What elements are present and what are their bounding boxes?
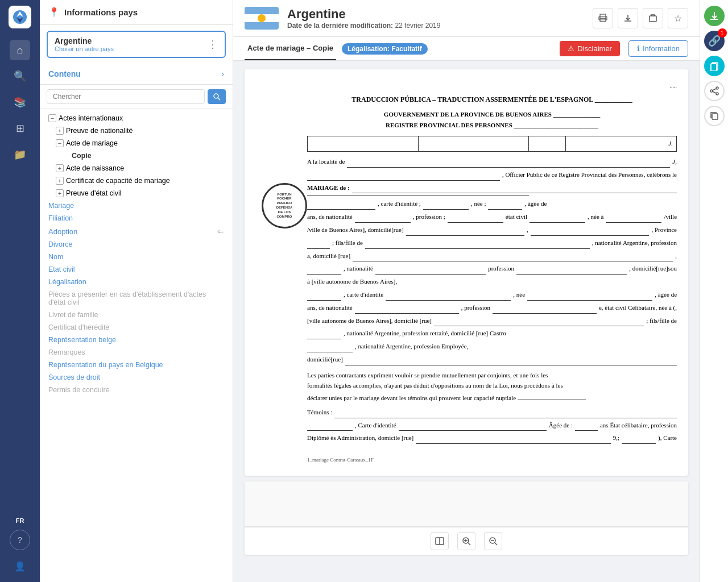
split-view-button[interactable] — [431, 532, 449, 550]
tree-item-permis[interactable]: Permis de conduire — [40, 384, 233, 396]
change-country-link[interactable]: Choisir un autre pays — [55, 45, 114, 52]
doc-line-nat2: , nationalité profession , domicilié[rue… — [307, 263, 677, 275]
doc-line-temoins: Témoins : — [307, 407, 677, 418]
share-right-icon[interactable] — [704, 81, 725, 101]
search-button[interactable] — [208, 89, 226, 104]
doc-table: J. — [307, 136, 677, 152]
share-header-button[interactable] — [643, 8, 663, 28]
country-menu-icon[interactable]: ⋮ — [208, 38, 218, 51]
svg-line-25 — [713, 92, 716, 93]
expand-icon-3: + — [56, 177, 64, 185]
zoom-out-button[interactable] — [484, 532, 502, 550]
tree-item-nom[interactable]: Nom — [40, 251, 233, 263]
svg-point-3 — [214, 94, 218, 98]
library-icon[interactable]: 📚 — [10, 92, 30, 113]
doc-footer: 1_mariage Contrat-Carteaux_1F — [307, 455, 677, 464]
search-nav-icon[interactable]: 🔍 — [10, 66, 30, 86]
tree-item-remarques[interactable]: Remarques — [40, 346, 233, 359]
doc-page-2-preview — [245, 481, 688, 527]
tree-item-filiation[interactable]: Filiation — [40, 212, 233, 225]
tree-item-preuve-nationalite[interactable]: + Preuve de nationalité — [40, 124, 233, 137]
svg-point-22 — [710, 90, 713, 92]
section-arrow-icon[interactable]: › — [221, 69, 224, 78]
document-area: FORTUNFOCHERPUBLICODEFENSADE LOSCOMPRO .… — [233, 61, 700, 582]
doc-line-nationalite1: ans, de nationalité , profession ; état … — [307, 211, 677, 223]
print-button[interactable] — [593, 8, 613, 28]
tree-item-representation-belge[interactable]: Représentation belge — [40, 334, 233, 346]
doc-card-2 — [245, 481, 688, 555]
doc-page-1: FORTUNFOCHERPUBLICODEFENSADE LOSCOMPRO .… — [245, 69, 688, 476]
section-header: Contenu › — [40, 64, 233, 85]
svg-rect-8 — [650, 16, 656, 22]
tree-item-mariage[interactable]: Mariage — [40, 199, 233, 212]
tree-item-acte-naissance[interactable]: + Acte de naissance — [40, 162, 233, 174]
tree-item-etat-civil[interactable]: Etat civil — [40, 263, 233, 276]
tree-item-livret[interactable]: Livret de famille — [40, 309, 233, 321]
disclaimer-button[interactable]: ⚠ Disclaimer — [560, 41, 620, 56]
bookmark-button[interactable]: ☆ — [668, 8, 688, 28]
grid-icon[interactable]: ⊞ — [10, 118, 30, 139]
panel-header: 📍 Informations pays — [40, 0, 233, 25]
doc-stamp: FORTUNFOCHERPUBLICODEFENSADE LOSCOMPRO — [262, 183, 307, 228]
tree-item-sources-droit[interactable]: Sources de droit — [40, 371, 233, 384]
collapse-icon: − — [48, 114, 56, 122]
doc-title-line3: REGISTRE PROVINCIAL DES PERSONNES ______… — [307, 120, 677, 131]
duplicate-right-icon[interactable] — [704, 106, 725, 126]
expand-icon-2: + — [56, 164, 64, 172]
folder-icon[interactable]: 📁 — [10, 144, 30, 165]
zoom-in-button[interactable] — [457, 532, 475, 550]
svg-line-4 — [218, 98, 220, 100]
tree-item-acte-mariage[interactable]: − Acte de mariage — [40, 137, 233, 149]
badge-legalisation: Légalisation: Facultatif — [342, 43, 428, 55]
tree-item-adoption[interactable]: Adoption ⇐ — [40, 225, 233, 238]
doc-title-line1: TRADUCCION PÚBLICA – TRADUCTION ASSERMEN… — [307, 94, 677, 106]
section-title: Contenu — [48, 69, 81, 78]
svg-line-12 — [468, 543, 470, 545]
doc-line-castro: , nationalité Argentine, profession retr… — [307, 328, 677, 339]
main-content: Argentine Date de la dernière modificati… — [233, 0, 700, 582]
link-right-icon[interactable]: 🔗 1 — [704, 31, 725, 51]
tree-item-copie[interactable]: Copie — [40, 149, 233, 162]
app-logo — [9, 6, 31, 28]
doc-line-dom2: domicilié[rue] — [307, 354, 677, 365]
tree-item-representation-pays[interactable]: Représentation du pays en Belgique — [40, 359, 233, 371]
doc-line-carte2: , carte d'identité , née , âgée de — [307, 289, 677, 301]
user-icon[interactable]: 👤 — [10, 556, 30, 576]
svg-line-24 — [713, 89, 716, 90]
tree-item-preuve-etat-civil[interactable]: + Preuve d'état civil — [40, 187, 233, 199]
tree-item-pieces[interactable]: Pièces à présenter en cas d'établissemen… — [40, 288, 233, 309]
collapse-icon-2: − — [56, 139, 64, 147]
download-header-button[interactable] — [618, 8, 638, 28]
tree-item-certificat-capacite[interactable]: + Certificat de capacité de mariage — [40, 174, 233, 187]
country-name: Argentine — [55, 36, 114, 45]
help-icon[interactable]: ? — [10, 530, 30, 550]
info-panel: 📍 Informations pays Argentine Choisir un… — [40, 0, 233, 582]
country-flag — [245, 7, 279, 30]
information-button[interactable]: ℹ Information — [628, 40, 688, 57]
doc-line-employee: , nationalité Argentine, profession Empl… — [307, 341, 677, 352]
country-heading: Argentine — [287, 7, 584, 22]
doc-line-ba2: [ville autonome de Buenos Aires], domici… — [307, 315, 677, 327]
tab-bar: Acte de mariage – Copie Légalisation: Fa… — [233, 37, 700, 61]
tab-acte-mariage[interactable]: Acte de mariage – Copie — [245, 37, 336, 60]
country-date: Date de la dernière modification: 22 fév… — [287, 22, 584, 30]
home-icon[interactable]: ⌂ — [10, 40, 30, 60]
tree-item-certificat-heredite[interactable]: Certificat d'hérédité — [40, 321, 233, 334]
doc-line-mariage: MARIAGE de : — [307, 182, 677, 194]
tree-item-actes-intl[interactable]: − Actes internationaux — [40, 112, 233, 124]
tree-item-divorce[interactable]: Divorce — [40, 238, 233, 251]
expand-icon: + — [56, 127, 64, 135]
doc-card-1: FORTUNFOCHERPUBLICODEFENSADE LOSCOMPRO .… — [245, 69, 688, 476]
copy-right-icon[interactable] — [704, 56, 725, 76]
tree-item-legalisation[interactable]: Légalisation — [40, 276, 233, 288]
doc-line-bsas: à [ville autonome de Buenos Aires], — [307, 276, 677, 288]
search-input[interactable] — [47, 89, 205, 104]
country-selector[interactable]: Argentine Choisir un autre pays ⋮ — [47, 31, 226, 58]
panel-title: Informations pays — [64, 7, 138, 17]
svg-point-23 — [716, 93, 718, 95]
lang-label[interactable]: FR — [16, 517, 24, 524]
adoption-expand-icon: ⇐ — [217, 227, 224, 236]
download-right-icon[interactable] — [704, 6, 725, 26]
svg-rect-19 — [711, 64, 717, 71]
doc-title-line2: GOUVERNEMENT DE LA PROVINCE DE BUENOS AI… — [307, 109, 677, 120]
